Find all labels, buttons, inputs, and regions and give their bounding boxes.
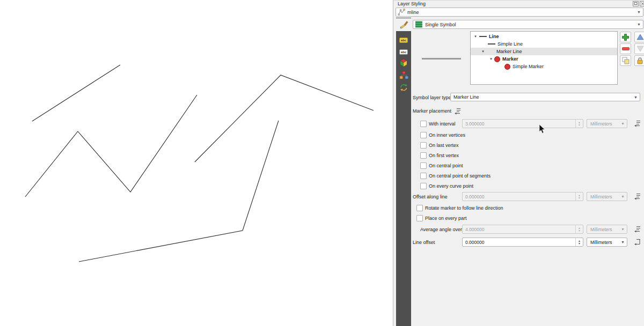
symbol-layer-type-select[interactable]: Marker Line ▼ — [450, 93, 640, 101]
down-arrow-icon — [636, 46, 644, 52]
marker-placement-label: Marker placement — [413, 108, 451, 114]
tree-row-simple-line[interactable]: Simple Line — [471, 40, 617, 48]
chevron-down-icon: ▼ — [621, 195, 625, 198]
duplicate-icon — [622, 57, 630, 64]
tree-row-marker[interactable]: ▾ Marker — [471, 55, 617, 63]
place-on-every-part-label: Place on every part — [425, 216, 467, 221]
on-inner-vertices-label: On inner vertices — [429, 132, 465, 138]
rotate-marker-checkbox[interactable] — [416, 205, 423, 211]
offset-along-line-spinbox[interactable]: 0.000000 ▲▼ — [462, 192, 583, 201]
rotate-marker-label: Rotate marker to follow line direction — [425, 205, 503, 211]
remove-symbol-layer-button[interactable] — [620, 43, 631, 54]
line-offset-spinbox[interactable]: 0.000000 ▲▼ — [462, 238, 583, 247]
tree-row-marker-line[interactable]: ▾ Marker Line — [471, 48, 617, 55]
interval-override-button[interactable] — [633, 120, 641, 127]
line-offset-unit-select[interactable]: Millimeters▼ — [587, 238, 627, 247]
on-last-vertex-label: On last vertex — [429, 143, 459, 148]
spin-arrows-icon[interactable]: ▲▼ — [575, 120, 583, 128]
chevron-down-icon: ▼ — [621, 122, 625, 125]
close-panel-icon[interactable] — [640, 1, 644, 6]
tab-diagrams[interactable] — [396, 69, 411, 82]
simple-marker-icon — [504, 64, 510, 70]
marker-symbol-icon — [494, 56, 500, 62]
map-lines-svg — [0, 0, 393, 326]
tab-history[interactable] — [396, 81, 411, 94]
diagram-icon — [399, 71, 408, 79]
layer-selector[interactable]: mline ▼ — [396, 8, 643, 17]
on-central-point-checkbox[interactable] — [420, 162, 427, 169]
chevron-down-icon: ▼ — [634, 95, 638, 99]
average-angle-over-label: Average angle over — [420, 227, 462, 232]
on-every-curve-point-checkbox[interactable] — [420, 183, 427, 189]
tab-labels[interactable]: abc — [396, 34, 411, 47]
interval-unit-select[interactable]: Millimeters▼ — [587, 119, 627, 128]
paintbrush-icon — [399, 20, 408, 29]
line-offset-override-button[interactable] — [633, 238, 641, 246]
move-layer-up-button[interactable] — [634, 32, 644, 42]
with-interval-label: With interval — [429, 121, 456, 127]
on-central-point-of-segments-label: On central point of segments — [429, 173, 491, 179]
tree-row-simple-marker[interactable]: Simple Marker — [471, 63, 617, 70]
average-angle-override-button[interactable] — [633, 225, 641, 233]
on-first-vertex-checkbox[interactable] — [420, 152, 427, 159]
tree-label: Simple Line — [497, 41, 523, 47]
panel-tab-strip: abc abc — [396, 18, 411, 326]
average-angle-unit-value: Millimeters — [587, 227, 612, 232]
duplicate-symbol-layer-button[interactable] — [620, 55, 631, 66]
single-symbol-icon — [415, 21, 422, 28]
labels-icon: abc — [399, 38, 408, 43]
offset-unit-value: Millimeters — [587, 194, 612, 199]
tab-3d-view[interactable] — [396, 56, 411, 69]
spin-arrows-icon[interactable]: ▲▼ — [575, 192, 583, 201]
layer-styling-panel: Layer Styling mline ▼ abc — [393, 0, 644, 326]
chevron-down-icon: ▼ — [621, 240, 625, 244]
3d-cube-icon — [399, 58, 408, 68]
tab-symbology[interactable] — [396, 18, 412, 31]
spin-arrows-icon[interactable]: ▲▼ — [575, 238, 583, 246]
green-plus-icon — [621, 33, 630, 41]
interval-spinbox[interactable]: 3.000000 ▲▼ — [462, 119, 583, 128]
move-layer-down-button[interactable] — [634, 43, 644, 54]
line-layer-icon — [398, 9, 405, 16]
expander-icon[interactable]: ▾ — [488, 57, 494, 61]
average-angle-spinbox[interactable]: 4.000000 ▲▼ — [462, 225, 583, 234]
chevron-down-icon: ▼ — [621, 227, 625, 231]
on-last-vertex-checkbox[interactable] — [420, 142, 427, 149]
line-offset-unit-value: Millimeters — [587, 240, 612, 245]
tree-row-line[interactable]: ▾ Line — [471, 33, 617, 40]
line-offset-label: Line offset — [413, 240, 435, 245]
symbol-preview-line — [422, 58, 461, 60]
add-symbol-layer-button[interactable] — [620, 32, 631, 42]
tree-label: Marker — [502, 56, 518, 62]
on-central-point-of-segments-checkbox[interactable] — [420, 173, 427, 179]
float-panel-icon[interactable] — [633, 1, 639, 6]
panel-title: Layer Styling — [398, 1, 426, 6]
average-angle-unit-select[interactable]: Millimeters▼ — [587, 225, 627, 234]
masks-icon: abc — [399, 49, 408, 55]
marker-placement-override-button[interactable] — [453, 107, 462, 115]
renderer-name: Single Symbol — [425, 22, 456, 27]
on-inner-vertices-checkbox[interactable] — [420, 132, 427, 138]
offset-along-line-value: 0.000000 — [463, 194, 484, 199]
place-on-every-part-checkbox[interactable] — [416, 215, 423, 221]
offset-along-line-override-button[interactable] — [633, 192, 641, 200]
tree-label: Marker Line — [496, 49, 522, 54]
line-symbol-icon — [479, 36, 487, 37]
with-interval-checkbox[interactable] — [420, 121, 427, 127]
on-central-point-label: On central point — [429, 163, 463, 168]
layer-name: mline — [407, 10, 419, 15]
map-canvas[interactable] — [0, 0, 393, 326]
line-offset-value: 0.000000 — [463, 240, 484, 245]
renderer-selector[interactable]: Single Symbol ▼ — [413, 20, 643, 29]
offset-along-line-label: Offset along line — [413, 194, 448, 199]
panel-titlebar: Layer Styling — [393, 1, 644, 7]
mouse-cursor — [539, 124, 545, 134]
tree-label: Simple Marker — [513, 64, 544, 69]
expander-icon[interactable]: ▾ — [473, 34, 478, 39]
symbol-layer-type-label: Symbol layer type — [413, 95, 451, 100]
lock-color-button[interactable] — [634, 55, 644, 66]
expander-icon[interactable]: ▾ — [480, 49, 486, 54]
qgis-window: Layer Styling mline ▼ abc — [0, 0, 644, 326]
spin-arrows-icon[interactable]: ▲▼ — [575, 225, 583, 233]
offset-along-line-unit-select[interactable]: Millimeters▼ — [587, 192, 627, 201]
